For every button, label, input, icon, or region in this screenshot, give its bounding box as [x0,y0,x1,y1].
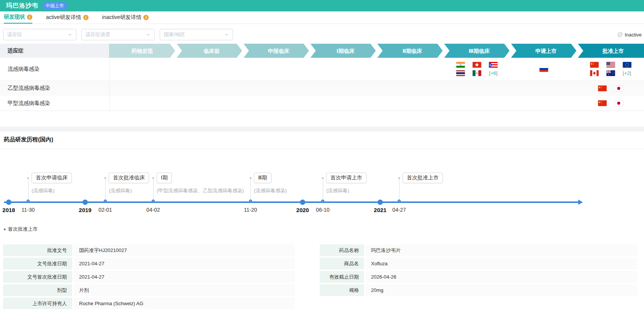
detail-value: 国药准字HJ20210027 [74,244,295,256]
info-icon: i [143,15,149,20]
inactive-label: Inactive [625,32,642,38]
flag-hong-kong-icon [472,62,482,68]
pipeline-cell [511,81,577,96]
pipeline-row: 甲型流感病毒感染 [0,96,644,111]
flag-canada-icon [590,70,599,76]
timeline-year-dot [300,200,305,205]
indication-label: 乙型流感病毒感染 [0,81,109,96]
timeline-event-sub: (流感病毒) [109,187,132,194]
timeline-stem-dot [27,177,29,179]
pipeline-row-cells: [ +6 ][ +2 ] [109,58,644,80]
flag-china-icon [590,62,599,68]
tab-rd-status[interactable]: 研发现状i [4,11,32,24]
timeline-stem [251,179,251,201]
pipeline-row: 乙型流感病毒感染 [0,81,644,96]
section-divider-band [0,127,644,132]
detail-value: Roche Pharma (Schweiz) AG [74,298,295,309]
pipeline-cell [310,96,377,111]
chevron-down-icon [68,32,72,37]
tab-label: 研发现状 [4,14,25,21]
timeline-date-label: 11-30 [22,207,35,213]
timeline-event-sub: (甲型流感病毒感染、乙型流感病毒感染) [157,187,244,194]
timeline-event-label: 首次申请上市 [326,173,366,183]
inactive-toggle[interactable]: Inactive [617,32,642,38]
drug-title: 玛巴洛沙韦 [6,2,38,10]
timeline-stem-dot [250,177,252,179]
detail-value: 2021-04-27 [74,271,295,283]
timeline-event-label: 首次批准临床 [109,173,149,183]
timeline-event-node [249,200,252,203]
pipeline-rows: 流感病毒感染[ +6 ][ +2 ]乙型流感病毒感染甲型流感病毒感染 [0,58,644,111]
bullet-dot-icon [4,228,6,230]
timeline-stem [153,179,154,201]
timeline-year-label: 2018 [2,207,15,213]
stage-header-5: Ⅲ期临床 [444,44,509,58]
stage-header-1: 临床前 [177,44,242,58]
detail-row: 上市许可持有人Roche Pharma (Schweiz) AG [3,298,295,309]
pipeline-cell [109,58,176,80]
timeline-arrow-icon [578,200,583,205]
svg-text:临床前: 临床前 [204,48,220,54]
pipeline-row: 流感病毒感染[ +6 ][ +2 ] [0,58,644,81]
timeline-stem-dot [398,177,400,179]
timeline-stem [323,179,323,201]
flag-japan-icon [614,85,623,92]
filter-select-indication[interactable]: 适应症 [3,29,76,40]
detail-label: 批准文号 [3,244,72,256]
approval-title-label: 首次批准上市 [8,226,38,233]
pipeline-cell [444,81,511,96]
info-icon: i [83,15,89,20]
detail-value: 片剂 [74,284,295,296]
detail-row: 剂型片剂 [3,284,295,296]
detail-row: 有效截止日期2026-04-26 [320,271,638,283]
flag-australia-icon [606,70,615,76]
detail-label: 商品名 [320,258,364,269]
timeline-event-label: 首次申请临床 [32,173,72,183]
detail-row: 文号批准日期2021-04-27 [3,258,295,269]
detail-label: 文号首次批准日期 [3,271,72,283]
timeline-event-node [152,200,155,203]
approval-section-title: 首次批准上市 [4,226,644,233]
pipeline-cell [577,81,644,96]
tab-inactive-rd-detail[interactable]: inactive研发详情i [102,11,149,24]
pipeline-cell [243,58,310,80]
timeline-year-label: 2019 [79,207,91,213]
flag-european-union-icon [622,62,632,68]
spacer [0,111,644,127]
timeline-date-label: 11-20 [244,207,257,213]
timeline-event-sub: (流感病毒) [326,187,349,194]
detail-label: 规格 [320,284,364,296]
svg-text:Ⅲ期临床: Ⅲ期临床 [469,48,490,54]
filter-row: 适应症适应症进度国家/地区 Inactive [3,29,644,40]
flag-line: [ +2 ] [590,70,632,76]
flag-line [539,66,549,72]
tab-active-rd-detail[interactable]: active研发详情i [46,11,89,24]
more-countries[interactable]: [ +2 ] [622,70,632,76]
timeline-stem [28,179,29,201]
more-countries[interactable]: [ +6 ] [489,70,498,76]
timeline-event-label: 首次批准上市 [403,173,443,183]
timeline-stem-dot [105,177,106,179]
pipeline-row-cells [109,81,644,96]
pipeline-cell: [ +2 ] [577,58,644,80]
market-status-badge: 中国上市 [43,2,67,9]
detail-row: 文号首次批准日期2021-04-27 [3,271,295,283]
tab-label: inactive研发详情 [102,14,141,21]
timeline-axis [4,201,579,203]
detail-label: 剂型 [3,284,72,296]
pipeline-header-stages: 药物发现临床前申报临床Ⅰ期临床Ⅱ期临床Ⅲ期临床申请上市批准上市 [109,44,644,58]
timeline-stem [399,179,400,201]
filter-select-indication-progress[interactable]: 适应症进度 [81,29,155,40]
pipeline-cell [243,81,310,96]
flag-line [590,62,632,68]
timeline-event-node [104,200,107,203]
timeline-event-node [27,200,30,203]
pipeline-cell [577,96,644,111]
pipeline-cell [176,81,243,96]
filter-select-country-region[interactable]: 国家/地区 [160,29,233,40]
detail-table-right: 药品名称玛巴洛沙韦片商品名Xofluza有效截止日期2026-04-26规格20… [320,244,638,309]
flag-line [598,85,623,92]
detail-value: 20mg [366,284,638,296]
pipeline-cell [176,58,243,80]
pipeline-cell: [ +6 ] [444,58,511,80]
